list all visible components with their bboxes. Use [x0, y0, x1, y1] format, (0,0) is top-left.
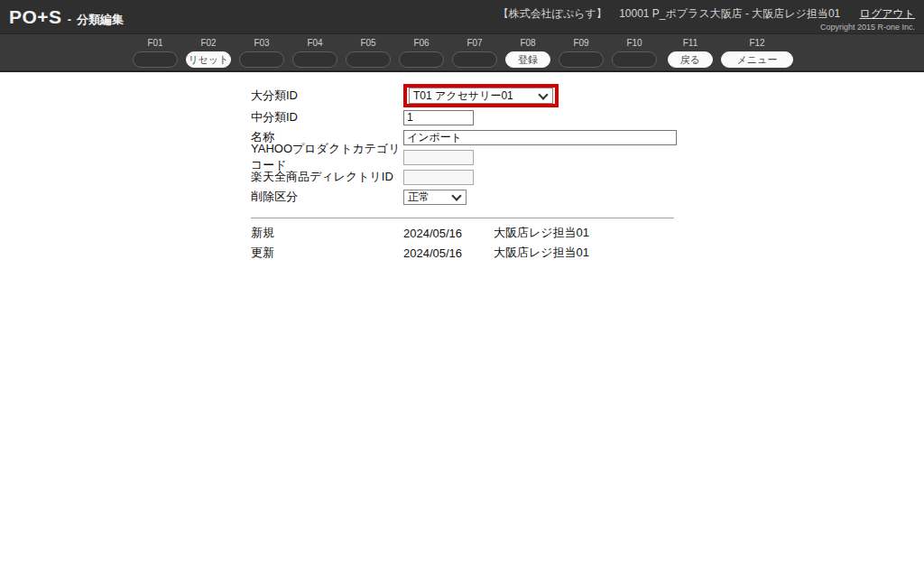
reset-button[interactable]: リセット — [186, 51, 231, 68]
f09-button — [559, 51, 604, 68]
highlight-box: T01 アクセサリー01 — [403, 84, 559, 107]
fkey-label-f10: F10 — [626, 38, 642, 49]
yahoo-category-code-input — [403, 150, 474, 165]
session-info: 【株式会社ぽぷらす】 10001 P_ポプラス大阪店 - 大阪店レジ担当01 ロ… — [498, 8, 915, 32]
menu-button[interactable]: メニュー — [721, 51, 793, 68]
f10-button — [612, 51, 657, 68]
created-label: 新規 — [251, 225, 403, 241]
fkey-group-f05: F05 — [346, 38, 391, 68]
major-category-label: 大分類ID — [251, 88, 403, 104]
fkey-label-f11: F11 — [683, 38, 698, 49]
form-row-yahoo-category-code: YAHOOプロダクトカテゴリコード — [251, 147, 924, 167]
app-header: PO+S - 分類編集 【株式会社ぽぷらす】 10001 P_ポプラス大阪店 -… — [0, 0, 924, 33]
created-user: 大阪店レジ担当01 — [494, 225, 589, 241]
function-key-bar: F01 F02 リセット F03 F04 F05 F06 F07 F08 登録 … — [0, 33, 924, 72]
title-separator: - — [68, 13, 71, 26]
delete-division-select[interactable]: 正常 — [403, 190, 467, 205]
fkey-group-f09: F09 — [559, 38, 604, 68]
fkey-label-f01: F01 — [147, 38, 162, 49]
fkey-group-f12: F12 メニュー — [721, 38, 793, 68]
fkey-group-f11: F11 戻る — [668, 38, 713, 68]
form-row-delete-division: 削除区分 正常 — [251, 187, 924, 207]
fkey-label-f09: F09 — [573, 38, 588, 49]
chevron-down-icon — [538, 89, 548, 99]
delete-division-label: 削除区分 — [251, 189, 403, 205]
fkey-label-f08: F08 — [520, 38, 535, 49]
fkey-label-f12: F12 — [749, 38, 764, 49]
created-date: 2024/05/16 — [403, 227, 494, 240]
fkey-group-f07: F07 — [452, 38, 497, 68]
f07-button — [452, 51, 497, 68]
app-logo: PO+S — [9, 6, 62, 28]
f05-button — [346, 51, 391, 68]
major-category-select[interactable]: T01 アクセサリー01 — [409, 88, 553, 104]
page-title: 分類編集 — [77, 12, 124, 28]
updated-user: 大阪店レジ担当01 — [494, 245, 589, 261]
fkey-group-f01: F01 — [133, 38, 178, 68]
form-row-middle-category: 中分類ID — [251, 107, 924, 127]
register-button[interactable]: 登録 — [505, 51, 550, 68]
form-row-rakuten-directory-id: 楽天全商品ディレクトリID — [251, 167, 924, 187]
fkey-label-f04: F04 — [307, 38, 322, 49]
tenant-name: 【株式会社ぽぷらす】 — [498, 7, 607, 20]
updated-label: 更新 — [251, 245, 403, 261]
middle-category-input[interactable] — [403, 110, 474, 125]
fkey-group-f04: F04 — [292, 38, 337, 68]
major-category-selected-value: T01 アクセサリー01 — [413, 88, 513, 104]
fkey-label-f07: F07 — [467, 38, 482, 49]
fkey-label-f02: F02 — [200, 38, 216, 49]
fkey-group-f10: F10 — [612, 38, 657, 68]
f03-button — [239, 51, 284, 68]
fkey-label-f05: F05 — [360, 38, 375, 49]
created-info-row: 新規 2024/05/16 大阪店レジ担当01 — [251, 223, 924, 243]
category-edit-form: 大分類ID T01 アクセサリー01 中分類ID 名称 YAHOOプロダクトカテ… — [0, 72, 924, 263]
fkey-group-f06: F06 — [399, 38, 444, 68]
f04-button — [292, 51, 337, 68]
back-button[interactable]: 戻る — [668, 51, 713, 68]
fkey-label-f03: F03 — [254, 38, 269, 49]
fkey-label-f06: F06 — [413, 38, 429, 49]
fkey-group-f03: F03 — [239, 38, 284, 68]
app-title-group: PO+S - 分類編集 — [9, 6, 124, 28]
rakuten-directory-id-input — [403, 170, 474, 185]
delete-division-selected-value: 正常 — [408, 190, 430, 205]
store-user-label: 10001 P_ポプラス大阪店 - 大阪店レジ担当01 — [619, 7, 840, 20]
logout-link[interactable]: ログアウト — [860, 7, 915, 20]
updated-date: 2024/05/16 — [403, 246, 494, 260]
updated-info-row: 更新 2024/05/16 大阪店レジ担当01 — [251, 243, 924, 263]
fkey-group-f08: F08 登録 — [505, 38, 550, 68]
name-input[interactable] — [403, 130, 677, 145]
fkey-group-f02: F02 リセット — [186, 38, 231, 68]
copyright-text: Copyright 2015 R-one Inc. — [498, 23, 915, 32]
chevron-down-icon — [451, 190, 461, 200]
form-row-major-category: 大分類ID T01 アクセサリー01 — [251, 84, 924, 107]
middle-category-label: 中分類ID — [251, 109, 403, 125]
section-divider — [251, 218, 674, 218]
rakuten-directory-id-label: 楽天全商品ディレクトリID — [251, 169, 403, 185]
f06-button — [399, 51, 444, 68]
f01-button — [133, 51, 178, 68]
